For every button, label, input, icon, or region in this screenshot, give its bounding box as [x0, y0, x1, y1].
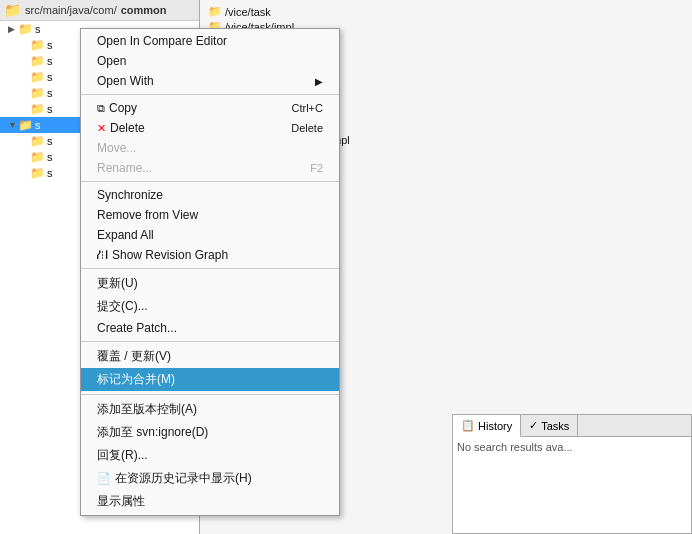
menu-rename-shortcut: F2	[290, 162, 323, 174]
submenu-arrow-icon: ▶	[315, 76, 323, 87]
menu-show-properties-label: 显示属性	[97, 493, 145, 510]
path-item-1: 📁 /vice/task	[204, 4, 688, 19]
tree-header-title: src/main/java/com/	[25, 4, 117, 16]
menu-delete-shortcut: Delete	[271, 122, 323, 134]
tree-label-3: s	[47, 55, 53, 67]
menu-show-revision[interactable]: ⛙ Show Revision Graph	[81, 245, 339, 265]
tree-label-8: s	[47, 135, 53, 147]
menu-revert-update-label: 覆盖 / 更新(V)	[97, 348, 171, 365]
revision-icon: ⛙	[97, 249, 108, 261]
menu-add-ignore-label: 添加至 svn:ignore(D)	[97, 424, 208, 441]
tab-content: No search results ava...	[453, 437, 691, 533]
tab-history-label: History	[478, 420, 512, 432]
path-folder-icon-1: 📁	[208, 5, 222, 18]
menu-delete-label: Delete	[110, 121, 145, 135]
tab-history[interactable]: 📋 History	[453, 415, 521, 437]
menu-mark-merge[interactable]: 标记为合并(M)	[81, 368, 339, 391]
menu-open-with[interactable]: Open With ▶	[81, 71, 339, 91]
menu-update[interactable]: 更新(U)	[81, 272, 339, 295]
copy-icon: ⧉	[97, 102, 105, 115]
menu-rename-label: Rename...	[97, 161, 152, 175]
menu-delete[interactable]: ✕ Delete Delete	[81, 118, 339, 138]
path-label-1: /vice/task	[225, 6, 271, 18]
tree-header-suffix: common	[121, 4, 167, 16]
menu-expand-all-label: Expand All	[97, 228, 154, 242]
menu-show-history-label: 在资源历史记录中显示(H)	[115, 470, 252, 487]
history-icon: 📋	[461, 419, 475, 432]
menu-copy[interactable]: ⧉ Copy Ctrl+C	[81, 98, 339, 118]
tree-header: 📁 src/main/java/com/ common	[0, 0, 199, 21]
menu-open[interactable]: Open	[81, 51, 339, 71]
delete-icon: ✕	[97, 122, 106, 135]
menu-open-compare-label: Open In Compare Editor	[97, 34, 227, 48]
menu-copy-label: Copy	[109, 101, 137, 115]
folder-icon-1: 📁	[18, 22, 33, 36]
menu-copy-shortcut: Ctrl+C	[272, 102, 323, 114]
menu-create-patch-label: Create Patch...	[97, 321, 177, 335]
tree-label-4: s	[47, 71, 53, 83]
tasks-icon: ✓	[529, 419, 538, 432]
menu-expand-all[interactable]: Expand All	[81, 225, 339, 245]
menu-show-revision-label: Show Revision Graph	[112, 248, 228, 262]
tree-label-6: s	[47, 103, 53, 115]
folder-icon-7: 📁	[18, 118, 33, 132]
tab-content-text: No search results ava...	[457, 441, 573, 453]
folder-icon-8: 📁	[30, 134, 45, 148]
folder-icon-4: 📁	[30, 70, 45, 84]
context-menu: Open In Compare Editor Open Open With ▶ …	[80, 28, 340, 516]
tree-label-2: s	[47, 39, 53, 51]
folder-icon-2: 📁	[30, 38, 45, 52]
menu-rename: Rename... F2	[81, 158, 339, 178]
menu-update-label: 更新(U)	[97, 275, 138, 292]
menu-show-properties[interactable]: 显示属性	[81, 490, 339, 513]
tab-bar: 📋 History ✓ Tasks	[453, 415, 691, 437]
folder-icon-10: 📁	[30, 166, 45, 180]
folder-icon-3: 📁	[30, 54, 45, 68]
menu-revert[interactable]: 回复(R)...	[81, 444, 339, 467]
history-doc-icon: 📄	[97, 472, 111, 485]
menu-sep-5	[81, 394, 339, 395]
menu-mark-merge-label: 标记为合并(M)	[97, 371, 175, 388]
menu-add-ignore[interactable]: 添加至 svn:ignore(D)	[81, 421, 339, 444]
menu-remove-view[interactable]: Remove from View	[81, 205, 339, 225]
menu-sep-1	[81, 94, 339, 95]
tree-label-1: s	[35, 23, 41, 35]
tree-label-5: s	[47, 87, 53, 99]
menu-move: Move...	[81, 138, 339, 158]
menu-synchronize-label: Synchronize	[97, 188, 163, 202]
folder-icon-5: 📁	[30, 86, 45, 100]
folder-icon-6: 📁	[30, 102, 45, 116]
root-folder-icon: 📁	[4, 2, 21, 18]
tab-tasks[interactable]: ✓ Tasks	[521, 415, 578, 436]
menu-add-version-label: 添加至版本控制(A)	[97, 401, 197, 418]
menu-revert-label: 回复(R)...	[97, 447, 148, 464]
menu-commit[interactable]: 提交(C)...	[81, 295, 339, 318]
arrow-icon-1: ▶	[8, 24, 18, 34]
menu-open-compare[interactable]: Open In Compare Editor	[81, 31, 339, 51]
tree-label-9: s	[47, 151, 53, 163]
folder-icon-9: 📁	[30, 150, 45, 164]
menu-sep-2	[81, 181, 339, 182]
menu-commit-label: 提交(C)...	[97, 298, 148, 315]
menu-sep-3	[81, 268, 339, 269]
menu-show-history[interactable]: 📄 在资源历史记录中显示(H)	[81, 467, 339, 490]
tree-label-10: s	[47, 167, 53, 179]
menu-move-label: Move...	[97, 141, 136, 155]
menu-open-label: Open	[97, 54, 126, 68]
bottom-tabs-panel: 📋 History ✓ Tasks No search results ava.…	[452, 414, 692, 534]
menu-add-version[interactable]: 添加至版本控制(A)	[81, 398, 339, 421]
tab-tasks-label: Tasks	[541, 420, 569, 432]
menu-synchronize[interactable]: Synchronize	[81, 185, 339, 205]
tree-label-7: s	[35, 119, 41, 131]
menu-open-with-label: Open With	[97, 74, 154, 88]
menu-sep-4	[81, 341, 339, 342]
menu-create-patch[interactable]: Create Patch...	[81, 318, 339, 338]
menu-revert-update[interactable]: 覆盖 / 更新(V)	[81, 345, 339, 368]
arrow-icon-7: ▼	[8, 120, 18, 130]
menu-remove-view-label: Remove from View	[97, 208, 198, 222]
